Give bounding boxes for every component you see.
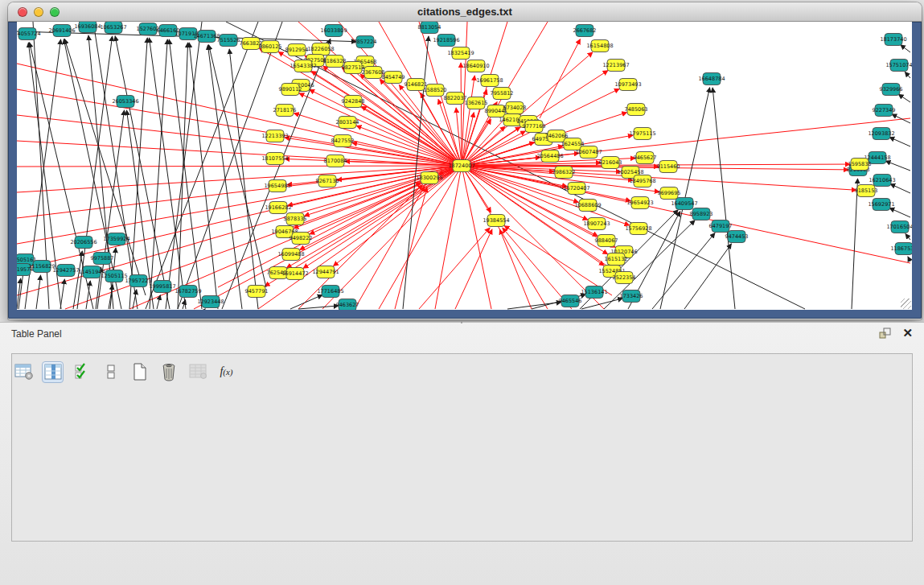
graph-edge[interactable] (17, 166, 462, 167)
graph-node[interactable]: 9884067 (595, 235, 618, 247)
graph-node[interactable]: 18640910 (462, 60, 489, 72)
graph-node[interactable]: 17016504 (886, 221, 912, 233)
graph-edge[interactable] (885, 161, 910, 171)
graph-edge[interactable] (462, 166, 491, 212)
graph-edge[interactable] (17, 166, 462, 192)
graph-node[interactable]: 7515526 (217, 35, 240, 47)
graph-edge[interactable] (149, 38, 186, 309)
graph-node[interactable]: 26053346 (112, 96, 138, 108)
graph-node[interactable]: 7857224 (354, 36, 377, 48)
graph-node[interactable]: 8267130 (316, 175, 339, 187)
graph-node[interactable]: 20206556 (70, 237, 97, 249)
graph-node[interactable]: 20691406 (48, 25, 75, 37)
select-all-columns-icon[interactable] (71, 361, 92, 383)
graph-edge[interactable] (178, 43, 188, 309)
graph-node[interactable]: 1733426 (620, 290, 643, 303)
graph-node[interactable]: 7955812 (491, 88, 514, 100)
graph-node[interactable]: 9242848 (342, 96, 365, 108)
graph-node[interactable]: 9457791 (245, 286, 269, 298)
graph-edge[interactable] (462, 166, 548, 309)
graph-node[interactable]: 9115460 (657, 161, 680, 173)
graph-node[interactable]: 17975115 (629, 128, 655, 140)
graph-edge[interactable] (290, 295, 322, 309)
graph-node[interactable]: 2718176 (273, 105, 297, 117)
graph-node[interactable]: 11867533 (890, 243, 912, 255)
graph-edge[interactable] (905, 72, 910, 78)
graph-node[interactable]: 18325419 (447, 47, 474, 60)
graph-edge[interactable] (890, 184, 910, 193)
graph-edge[interactable] (60, 279, 64, 309)
graph-node[interactable]: 8822037 (444, 93, 467, 105)
graph-node[interactable]: 7986322 (552, 167, 576, 179)
graph-node[interactable]: 17957223 (125, 275, 151, 287)
graph-node[interactable]: 8454749 (382, 72, 405, 84)
graph-edge[interactable] (17, 89, 462, 166)
graph-node[interactable]: 9465546 (559, 295, 582, 307)
delete-table-icon[interactable] (158, 361, 179, 383)
graph-edge[interactable] (713, 88, 735, 309)
graph-node[interactable]: 9777169 (523, 121, 546, 133)
graph-edge[interactable] (207, 45, 242, 309)
graph-node[interactable]: 2522354 (613, 272, 636, 284)
graph-node[interactable]: 8912954 (285, 44, 309, 56)
graph-node[interactable]: 16099488 (277, 249, 304, 261)
graph-edge[interactable] (150, 39, 167, 309)
graph-node[interactable]: 19654923 (626, 197, 653, 209)
graph-node[interactable]: 1615132 (605, 253, 628, 266)
network-canvas[interactable]: 1405572420691406169360841065326715276026… (17, 22, 912, 310)
graph-edge[interactable] (898, 94, 910, 102)
graph-node[interactable]: 8170084 (324, 155, 347, 167)
new-table-icon[interactable] (129, 361, 150, 383)
graph-node[interactable]: 6734028 (503, 102, 527, 114)
graph-node[interactable]: 19384554 (483, 215, 509, 227)
graph-edge[interactable] (504, 226, 612, 295)
graph-node[interactable]: 2667682 (573, 25, 597, 37)
graph-node[interactable]: 6216043 (599, 157, 622, 169)
graph-node[interactable]: 9185153 (855, 185, 878, 197)
graph-edge[interactable] (115, 36, 170, 309)
graph-node[interactable]: 19166282 (265, 202, 291, 214)
graph-node[interactable]: 9474453 (725, 231, 749, 243)
graph-node[interactable]: 9465627 (634, 152, 657, 164)
graph-edge[interactable] (908, 257, 910, 262)
show-columns-icon[interactable] (42, 361, 64, 383)
row-options-icon[interactable] (100, 361, 121, 383)
graph-node[interactable]: 6479197 (709, 220, 733, 233)
graph-node[interactable]: 16648784 (698, 73, 725, 85)
graph-edge[interactable] (169, 39, 202, 309)
graph-node[interactable]: 9227349 (873, 105, 896, 117)
graph-node[interactable]: 9699695 (658, 187, 681, 200)
close-panel-icon[interactable]: ✕ (902, 327, 913, 340)
graph-edge[interactable] (419, 228, 490, 309)
graph-node[interactable]: 19654985 (264, 180, 290, 192)
graph-node[interactable]: 16154808 (586, 40, 613, 52)
graph-node[interactable]: 9498222 (290, 233, 313, 245)
graph-node[interactable]: 9890112 (279, 84, 302, 96)
graph-node[interactable]: 9463627 (336, 299, 359, 311)
graph-edge[interactable] (852, 179, 857, 309)
graph-edge[interactable] (499, 229, 532, 309)
graph-node[interactable]: 7485063 (625, 104, 648, 116)
graph-edge[interactable] (462, 166, 491, 309)
graph-node[interactable]: 16961758 (476, 75, 503, 87)
graph-node[interactable]: 9329966 (880, 84, 903, 96)
graph-node[interactable]: 18226058 (307, 43, 334, 56)
graph-node[interactable]: 9860125 (259, 41, 282, 53)
graph-node[interactable]: 2803144 (336, 117, 359, 129)
graph-edge[interactable] (455, 229, 492, 309)
graph-edge[interactable] (435, 166, 462, 309)
graph-edge[interactable] (146, 22, 258, 309)
graph-node[interactable]: 9975887 (91, 253, 114, 265)
citation-graph[interactable]: 1405572420691406169360841065326715276026… (17, 22, 912, 310)
graph-node[interactable]: 16936084 (74, 22, 101, 33)
import-table-icon[interactable] (187, 361, 208, 383)
graph-edge[interactable] (652, 233, 715, 309)
graph-node[interactable]: 8958923 (690, 208, 713, 220)
network-window[interactable]: citations_edges.txt 14055724206914061693… (8, 2, 922, 319)
graph-node[interactable]: 5878335 (284, 213, 307, 225)
graph-edge[interactable] (462, 166, 910, 263)
graph-node[interactable]: 14055724 (17, 28, 41, 40)
float-panel-icon[interactable] (879, 328, 891, 339)
graph-node[interactable]: 18173740 (880, 34, 906, 46)
function-builder-icon[interactable]: f(x) (216, 361, 237, 383)
